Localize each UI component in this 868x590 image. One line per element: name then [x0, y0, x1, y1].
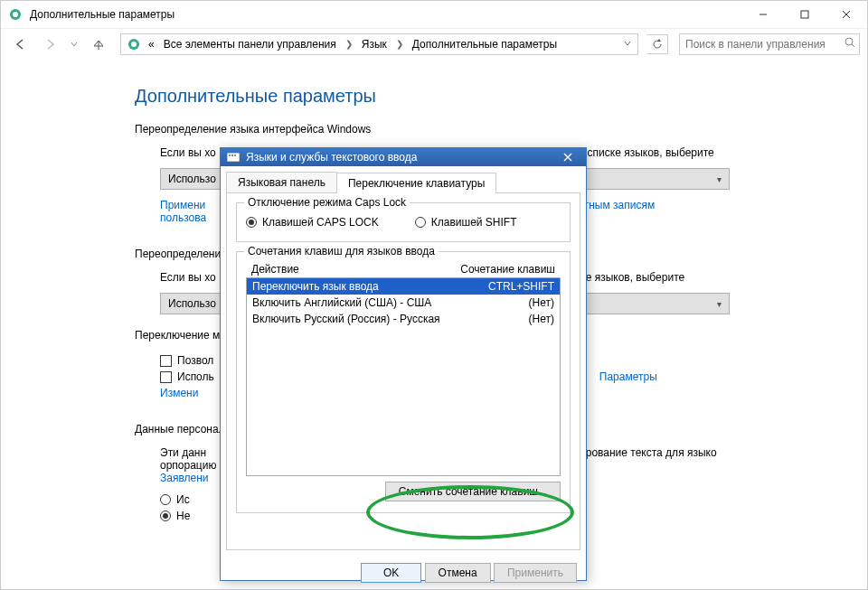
group-legend: Отключение режима Caps Lock — [244, 196, 410, 209]
apply-link[interactable]: пользова — [160, 211, 206, 224]
privacy-link[interactable]: Заявлени — [160, 472, 209, 484]
maximize-button[interactable] — [784, 1, 826, 28]
chevron-right-icon: ❯ — [342, 37, 356, 51]
group-legend: Сочетания клавиш для языков ввода — [244, 245, 439, 258]
checkbox-label: Позвол — [177, 354, 213, 367]
chevron-down-icon: ▾ — [717, 299, 722, 309]
titlebar: Дополнительные параметры — [1, 1, 867, 28]
list-header: Действие Сочетание клавиш — [246, 261, 561, 277]
svg-rect-11 — [227, 153, 240, 162]
body-text: Эти данн — [160, 446, 206, 459]
combo-text: Использо — [168, 173, 216, 185]
minimize-button[interactable] — [742, 1, 784, 28]
search-box[interactable] — [679, 33, 860, 55]
radio-label: Ис — [176, 493, 190, 506]
options-link[interactable]: Параметры — [599, 370, 657, 383]
hotkeys-group: Сочетания клавиш для языков ввода Действ… — [236, 251, 571, 513]
chevron-right-icon: ❯ — [392, 37, 407, 51]
cell-action: Переключить язык ввода — [252, 280, 379, 293]
up-button[interactable] — [86, 32, 111, 57]
cell-action: Включить Русский (Россия) - Русская — [252, 313, 440, 325]
svg-point-1 — [13, 12, 18, 17]
svg-point-8 — [131, 42, 137, 47]
list-item[interactable]: Включить Английский (США) - США(Нет) — [247, 295, 560, 311]
breadcrumb-prefix: « — [145, 36, 158, 52]
cell-keys: CTRL+SHIFT — [488, 280, 554, 293]
address-bar[interactable]: « Все элементы панели управления ❯ Язык … — [120, 33, 638, 55]
refresh-button[interactable] — [646, 34, 668, 54]
search-icon[interactable] — [841, 37, 859, 51]
list-item[interactable]: Переключить язык вводаCTRL+SHIFT — [247, 278, 560, 295]
nav-toolbar: « Все элементы панели управления ❯ Язык … — [1, 28, 867, 59]
svg-rect-14 — [234, 155, 236, 156]
checkbox-icon — [160, 371, 172, 383]
svg-point-9 — [845, 38, 853, 45]
text-services-dialog: Языки и службы текстового ввода Языковая… — [220, 147, 587, 581]
chevron-down-icon: ▾ — [717, 174, 722, 184]
radio-icon — [415, 217, 426, 228]
breadcrumb-item[interactable]: Язык — [358, 36, 391, 52]
svg-line-10 — [852, 44, 854, 47]
svg-rect-3 — [801, 11, 808, 18]
capslock-key-radio[interactable]: Клавишей CAPS LOCK — [246, 216, 379, 229]
radio-label: Клавишей CAPS LOCK — [262, 216, 379, 229]
breadcrumb-item[interactable]: Все элементы панели управления — [160, 36, 340, 52]
hotkeys-listbox[interactable]: Переключить язык вводаCTRL+SHIFT Включит… — [246, 277, 561, 476]
cancel-button[interactable]: Отмена — [425, 563, 491, 583]
dialog-titlebar: Языки и службы текстового ввода — [221, 148, 586, 166]
capslock-group: Отключение режима Caps Lock Клавишей CAP… — [236, 202, 571, 242]
radio-icon — [160, 510, 171, 521]
section-header: Переопределение языка интерфейса Windows — [135, 123, 768, 136]
change-hotkey-button[interactable]: Сменить сочетание клавиш... — [385, 482, 561, 501]
app-icon — [8, 7, 23, 22]
combo-text: Использо — [168, 297, 216, 310]
radio-label: Не — [176, 510, 190, 522]
body-text: Если вы хо — [160, 146, 216, 159]
back-button[interactable] — [8, 32, 33, 57]
location-icon — [127, 37, 141, 52]
tab-language-bar[interactable]: Языковая панель — [226, 172, 337, 192]
dialog-title: Языки и службы текстового ввода — [246, 151, 548, 164]
col-keys: Сочетание клавиш — [460, 263, 555, 276]
radio-icon — [246, 217, 257, 228]
checkbox-label: Исполь — [177, 370, 214, 383]
dialog-body: Языковая панель Переключение клавиатуры … — [221, 166, 586, 556]
shift-key-radio[interactable]: Клавишей SHIFT — [415, 216, 517, 229]
apply-link[interactable]: Примени — [160, 199, 205, 211]
cell-action: Включить Английский (США) - США — [252, 296, 431, 309]
list-item[interactable]: Включить Русский (Россия) - Русская(Нет) — [247, 311, 560, 327]
cell-keys: (Нет) — [529, 296, 554, 309]
radio-icon — [160, 494, 171, 505]
close-button[interactable] — [826, 1, 867, 28]
col-action: Действие — [251, 263, 299, 276]
recent-dropdown[interactable] — [66, 32, 82, 57]
tab-panel: Отключение режима Caps Lock Клавишей CAP… — [226, 192, 580, 550]
svg-rect-12 — [229, 155, 231, 156]
apply-button[interactable]: Применить — [494, 563, 577, 583]
radio-label: Клавишей SHIFT — [431, 216, 517, 229]
search-input[interactable] — [680, 38, 841, 51]
svg-rect-13 — [231, 155, 233, 156]
dialog-buttons: OK Отмена Применить — [221, 556, 586, 590]
breadcrumb: « Все элементы панели управления ❯ Язык … — [145, 36, 619, 52]
keyboard-icon — [226, 150, 241, 164]
body-text: Если вы хо — [160, 271, 216, 284]
page-title: Дополнительные параметры — [135, 86, 768, 107]
ok-button[interactable]: OK — [361, 563, 421, 583]
checkbox-icon — [160, 355, 172, 367]
change-hotkeys-link[interactable]: Измени — [160, 387, 198, 399]
address-dropdown[interactable] — [619, 38, 636, 51]
forward-button[interactable] — [37, 32, 62, 57]
cell-keys: (Нет) — [529, 313, 554, 325]
breadcrumb-item[interactable]: Дополнительные параметры — [409, 36, 561, 52]
window-title: Дополнительные параметры — [30, 8, 742, 21]
dialog-close-button[interactable] — [553, 148, 582, 166]
tab-keyboard-switch[interactable]: Переключение клавиатуры — [336, 173, 496, 193]
